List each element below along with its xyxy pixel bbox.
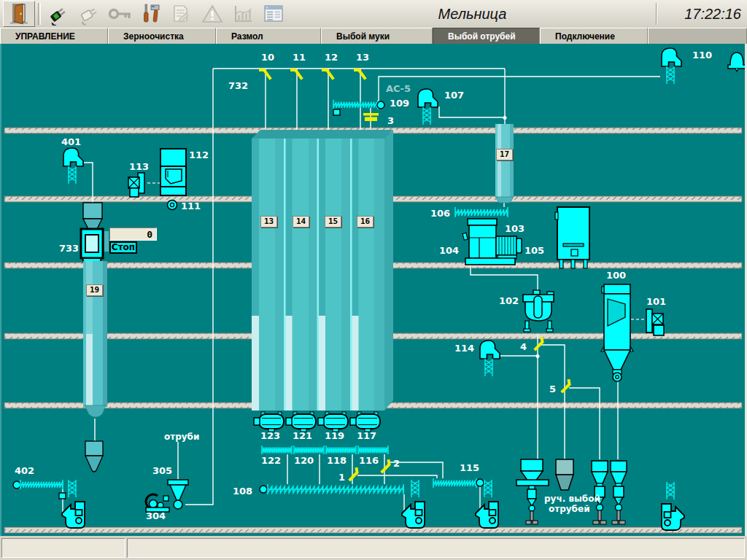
airlock-117 (350, 412, 380, 432)
label-107: 107 (444, 90, 464, 101)
boot-402-screws (69, 480, 76, 497)
bell-110-screws (667, 66, 674, 84)
disconnect-button[interactable] (74, 1, 105, 26)
bell-401 (63, 148, 83, 166)
toolbar-separator (38, 3, 41, 25)
label-110: 110 (692, 50, 712, 61)
silo-battery (252, 130, 393, 411)
tab-vyboy-otrubey[interactable]: Выбой отрубей (433, 28, 540, 44)
exit-door-icon (7, 2, 31, 26)
airlock-119 (318, 412, 348, 432)
label-as5: АС-5 (386, 84, 411, 94)
indicator-111 (168, 201, 177, 210)
control-cabinet (555, 207, 589, 268)
label-121: 121 (293, 431, 312, 441)
alarm-warning-icon (200, 2, 225, 26)
label-109: 109 (390, 98, 409, 109)
separator-102 (523, 290, 554, 332)
bell-114-screws (485, 359, 492, 376)
label-402: 402 (15, 466, 34, 476)
status-panel-right (127, 538, 745, 558)
toolbar: Мельница 17:22:16 (0, 0, 747, 28)
silo-17 (495, 124, 514, 203)
bell-107-screws (423, 107, 430, 125)
boot-108 (402, 502, 425, 528)
scada-screen: Мельница 17:22:16 УПРАВЛЕНИЕ Зерноочистк… (0, 0, 747, 560)
bell-401-screws (69, 166, 76, 184)
screw-120 (294, 446, 324, 454)
label-100: 100 (606, 271, 626, 281)
connect-button[interactable] (44, 1, 74, 26)
tools-button[interactable] (136, 1, 166, 26)
silo-tag-14: 14 (293, 216, 309, 228)
screw-116 (358, 446, 388, 454)
valve-label-4: 4 (520, 342, 527, 352)
bell-114 (480, 341, 500, 359)
tab-razmol[interactable]: Размол (216, 28, 321, 44)
boot-402 (62, 502, 85, 528)
screw-402 (13, 480, 66, 499)
bell-110 (662, 48, 681, 66)
silo-tag-16: 16 (357, 216, 374, 228)
tab-vyboy-muki[interactable]: Выбой муки (321, 28, 433, 44)
sign-document-button[interactable] (166, 1, 197, 26)
slide-gate-3 (363, 113, 379, 121)
label-304: 304 (146, 511, 166, 521)
valve-label-5: 5 (549, 384, 556, 394)
alarms-button[interactable] (197, 1, 228, 26)
key-button[interactable] (105, 1, 136, 26)
mimic-canvas: 10 11 12 13 732 АС-5 109 3 107 110 401 1… (0, 44, 747, 536)
label-112: 112 (189, 150, 209, 160)
label-113: 113 (129, 162, 149, 172)
cyclone-100 (601, 284, 633, 381)
tab-podklyuchenie[interactable]: Подключение (540, 28, 648, 44)
report-table-icon (261, 2, 286, 26)
boot-115 (476, 502, 498, 528)
label-119: 119 (325, 431, 344, 441)
bag-counter-display[interactable]: 0 (109, 228, 157, 241)
manual-hopper (556, 459, 573, 490)
screw-106 (455, 207, 508, 217)
label-120: 120 (294, 456, 314, 466)
screw-118 (326, 446, 356, 454)
valve-label-2: 2 (393, 459, 400, 469)
valve-label-13: 13 (356, 52, 369, 63)
manual-bagging-station (516, 459, 549, 524)
airlock-121 (286, 412, 316, 432)
label-108: 108 (233, 486, 252, 497)
funnel-305 (168, 480, 188, 509)
trends-button[interactable] (228, 1, 258, 26)
silo-tag-13: 13 (260, 216, 277, 228)
label-101: 101 (646, 297, 666, 307)
disconnect-plug-icon (77, 2, 102, 26)
service-tools-icon (139, 2, 163, 26)
exit-button[interactable] (3, 1, 35, 27)
label-114: 114 (454, 343, 474, 354)
tab-zernoochistka[interactable]: Зерноочистка (108, 28, 216, 44)
trend-chart-icon (231, 2, 255, 26)
window-title: Мельница (289, 6, 656, 23)
valve-label-10: 10 (261, 52, 274, 63)
label-123: 123 (260, 431, 280, 441)
tab-upravlenie[interactable]: УПРАВЛЕНИЕ (0, 28, 108, 44)
screw-108 (260, 484, 403, 494)
stop-button[interactable]: Стоп (109, 241, 137, 254)
status-panel-left (1, 538, 125, 558)
alarm-bell (728, 52, 745, 71)
silo-tag-15: 15 (325, 216, 341, 228)
tab-bar: УПРАВЛЕНИЕ Зерноочистка Размол Выбой мук… (0, 28, 747, 44)
label-305: 305 (152, 466, 172, 476)
label-118: 118 (327, 456, 347, 466)
screw-115 (433, 478, 484, 488)
machine-112 (160, 149, 186, 195)
label-733: 733 (59, 244, 79, 254)
tab-strip-blank (648, 28, 747, 44)
label-732: 732 (228, 81, 248, 91)
label-otrubi: отруби (164, 432, 199, 442)
reports-button[interactable] (258, 1, 289, 26)
label-115: 115 (460, 463, 479, 473)
label-102: 102 (499, 296, 519, 306)
silo-tag-17: 17 (496, 149, 513, 160)
fan-113 (128, 173, 144, 197)
bagging-station-b (611, 461, 627, 524)
